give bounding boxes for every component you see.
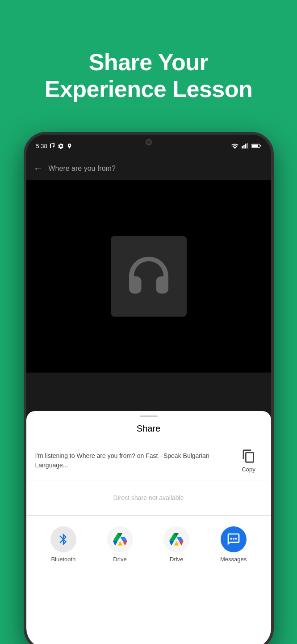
direct-share-section: Direct share not available (26, 480, 271, 516)
copy-label: Copy (242, 466, 255, 473)
location-icon (67, 143, 72, 149)
phone-frame: 5:38 (24, 132, 274, 644)
nav-title: Where are you from? (49, 165, 116, 173)
settings-icon (58, 143, 64, 149)
app-nav-bar: ← Where are you from? (26, 157, 271, 180)
bluetooth-icon-circle (50, 526, 76, 552)
signal-icon (242, 143, 249, 149)
share-sheet: Share I'm listening to Where are you fro… (26, 411, 271, 644)
camera-notch (146, 139, 152, 145)
svg-point-7 (230, 538, 232, 540)
drive-icon-2 (169, 533, 184, 546)
sheet-handle (140, 415, 158, 417)
messages-icon-circle (221, 526, 247, 552)
drive-icon-circle-2 (163, 526, 189, 552)
svg-rect-6 (252, 144, 258, 147)
back-button[interactable]: ← (33, 163, 43, 174)
drive-app-item-1[interactable]: Drive (107, 526, 133, 563)
messages-icon (226, 532, 241, 547)
svg-rect-5 (260, 145, 261, 147)
hero-title: Share YourExperience Lesson (45, 49, 253, 103)
drive-icon-circle-1 (107, 526, 133, 552)
svg-point-8 (233, 538, 234, 540)
wifi-icon (231, 143, 239, 149)
drive-icon-1 (113, 533, 127, 546)
messages-label: Messages (220, 556, 247, 563)
svg-rect-0 (242, 146, 243, 148)
bluetooth-label: Bluetooth (51, 556, 75, 563)
svg-rect-3 (247, 143, 248, 148)
content-area (26, 180, 271, 373)
status-right (231, 143, 261, 149)
messages-app-item[interactable]: Messages (220, 526, 247, 563)
headphone-thumbnail (111, 236, 187, 317)
battery-icon (251, 143, 261, 148)
status-left: 5:38 (36, 143, 72, 149)
headphone-icon (124, 252, 173, 301)
svg-rect-2 (245, 144, 247, 148)
bluetooth-icon (57, 533, 70, 546)
apps-row: Bluetooth Drive (26, 516, 271, 570)
bluetooth-app-item[interactable]: Bluetooth (50, 526, 76, 563)
svg-rect-1 (243, 145, 245, 148)
share-content-row: I'm listening to Where are you from? on … (26, 443, 271, 480)
drive-label-2: Drive (170, 556, 183, 563)
hero-section: Share YourExperience Lesson (0, 0, 297, 143)
drive-label-1: Drive (113, 556, 126, 563)
status-bar: 5:38 (26, 135, 271, 157)
copy-icon (242, 448, 256, 464)
music-note-icon (50, 143, 55, 149)
copy-button[interactable]: Copy (235, 448, 262, 473)
share-title: Share (26, 424, 271, 434)
drive-app-item-2[interactable]: Drive (163, 526, 189, 563)
direct-share-text: Direct share not available (113, 494, 184, 501)
svg-point-9 (235, 538, 237, 540)
time-display: 5:38 (36, 143, 47, 149)
share-preview-text: I'm listening to Where are you from? on … (35, 451, 235, 470)
